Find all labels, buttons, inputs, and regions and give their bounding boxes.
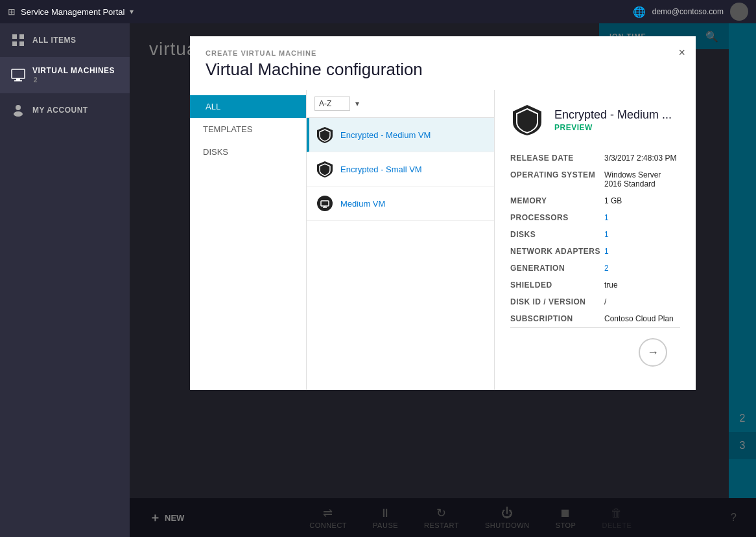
vm-list-panel: A-Z Z-A Newest Oldest ▾ [307,90,495,390]
avatar [730,3,748,21]
detail-status: PREVIEW [554,123,672,132]
sidebar-item-all-items[interactable]: ALL ITEMS [0,23,130,57]
app-title: Service Management Portal [21,7,124,17]
table-row: MEMORY 1 GB [510,192,680,209]
table-row: RELEASE DATE 3/3/2017 2:48:03 PM [510,150,680,166]
shield-icon [316,126,334,144]
field-value: 2 [604,260,680,277]
main-layout: ALL ITEMS VIRTUAL MACHINES 2 [0,23,756,537]
arrow-btn-wrap: → [510,327,680,377]
list-item[interactable]: Encrypted - Small VM [307,152,494,187]
top-bar-left: ⊞ Service Management Portal ▾ [8,6,134,17]
modal: CREATE VIRTUAL MACHINE Virtual Machine c… [190,36,696,390]
table-row: NETWORK ADAPTERS 1 [510,243,680,260]
grid-icon [10,32,26,48]
dropdown-icon[interactable]: ▾ [130,7,134,16]
field-value: true [604,277,680,293]
content-area: virtual machines ION TIME 🔍 17 3:41:21 P… [130,23,756,537]
field-value: Contoso Cloud Plan [604,310,680,327]
field-value: 1 [604,226,680,243]
detail-header: Encrypted - Medium ... PREVIEW [510,103,680,137]
table-row: DISKS 1 [510,226,680,243]
list-item[interactable]: Medium VM [307,187,494,221]
nav-item-all[interactable]: ALL [190,95,306,118]
list-item-label: Encrypted - Medium VM [340,130,431,140]
list-toolbar: A-Z Z-A Newest Oldest ▾ [307,90,494,118]
svg-rect-5 [16,78,20,80]
table-row: PROCESSORS 1 [510,209,680,226]
svg-rect-2 [12,41,17,46]
list-item-label: Encrypted - Small VM [340,165,422,174]
sidebar-item-label: ALL ITEMS [32,36,77,45]
table-row: GENERATION 2 [510,260,680,277]
sidebar-badge: 2 [34,76,38,84]
table-row: SUBSCRIPTION Contoso Cloud Plan [510,310,680,327]
table-row: SHIELDED true [510,277,680,293]
next-button[interactable]: → [639,338,667,367]
sidebar-item-virtual-machines[interactable]: VIRTUAL MACHINES 2 [0,57,130,93]
shield-icon [316,160,334,178]
globe-icon: 🌐 [633,6,646,18]
close-button[interactable]: × [678,47,685,58]
detail-panel: Encrypted - Medium ... PREVIEW RELEASE D… [495,90,696,390]
large-shield-icon [510,103,544,137]
sidebar-item-label: VIRTUAL MACHINES [32,66,115,75]
modal-header: CREATE VIRTUAL MACHINE Virtual Machine c… [190,36,696,90]
svg-point-7 [16,105,21,110]
sort-select[interactable]: A-Z Z-A Newest Oldest [314,97,350,111]
vm-list: Encrypted - Medium VM Encrypted - Small … [307,118,494,390]
app-logo-icon: ⊞ [8,6,16,17]
nav-item-disks[interactable]: DISKS [190,141,306,163]
svg-point-8 [14,111,23,117]
field-value: 1 GB [604,192,680,209]
modal-overlay: CREATE VIRTUAL MACHINE Virtual Machine c… [130,23,756,537]
person-icon [10,102,26,118]
list-item[interactable]: Encrypted - Medium VM [307,118,494,152]
field-value: 3/3/2017 2:48:03 PM [604,150,680,166]
svg-rect-0 [12,34,17,39]
top-bar: ⊞ Service Management Portal ▾ 🌐 demo@con… [0,0,756,23]
svg-rect-1 [19,34,24,39]
table-row: OPERATING SYSTEM Windows Server 2016 Sta… [510,166,680,192]
list-item-label: Medium VM [340,199,385,209]
top-bar-right: 🌐 demo@contoso.com [633,3,748,21]
svg-rect-3 [19,41,24,46]
detail-icon [510,103,544,137]
detail-table: RELEASE DATE 3/3/2017 2:48:03 PM OPERATI… [510,150,680,327]
sidebar-item-my-account[interactable]: MY ACCOUNT [0,93,130,127]
table-row: DISK ID / VERSION / [510,293,680,310]
modal-body: ALL TEMPLATES DISKS A-Z [190,90,696,390]
sidebar: ALL ITEMS VIRTUAL MACHINES 2 [0,23,130,537]
chevron-down-icon[interactable]: ▾ [355,99,359,108]
detail-title: Encrypted - Medium ... [554,108,672,122]
modal-title: Virtual Machine configuration [206,60,680,80]
field-value: 1 [604,243,680,260]
modal-subtitle: CREATE VIRTUAL MACHINE [206,49,680,57]
field-value: Windows Server 2016 Standard [604,166,680,192]
sidebar-item-label: MY ACCOUNT [32,106,88,115]
svg-rect-6 [14,80,22,82]
monitor-icon [10,67,26,83]
field-value: 1 [604,209,680,226]
vm-icon [316,194,334,212]
field-value: / [604,293,680,310]
svg-point-9 [317,196,333,211]
svg-rect-4 [12,69,25,78]
user-email: demo@contoso.com [652,7,724,16]
nav-item-templates[interactable]: TEMPLATES [190,118,306,141]
modal-nav: ALL TEMPLATES DISKS [190,90,307,390]
